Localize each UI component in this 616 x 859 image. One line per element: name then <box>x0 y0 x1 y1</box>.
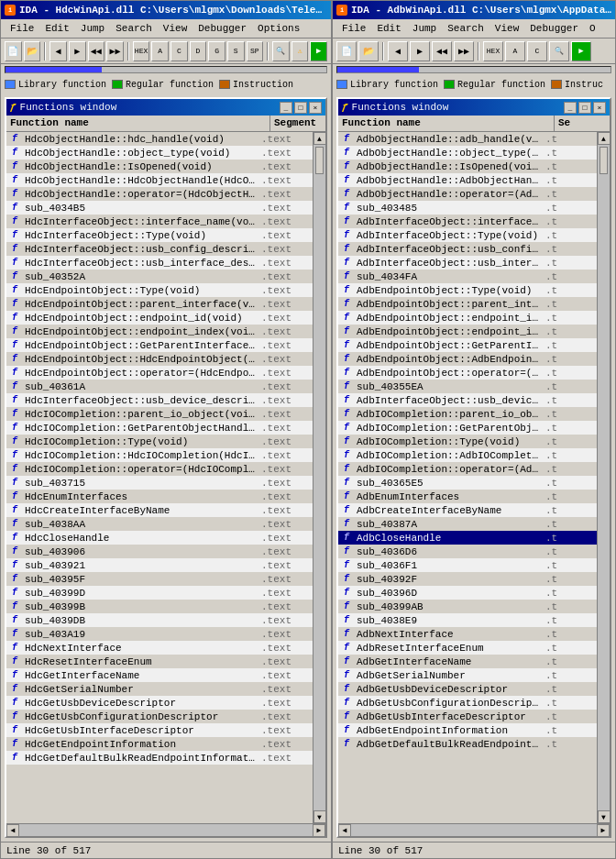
toolbar-btn-zoom-r[interactable]: 🔍 <box>549 41 569 61</box>
menu-debugger-right[interactable]: Debugger <box>524 21 584 36</box>
menu-view-left[interactable]: View <box>158 21 192 36</box>
toolbar-btn-zoom[interactable]: 🔍 <box>272 41 290 61</box>
table-row[interactable]: fHdcGetSerialNumber.text <box>6 682 313 696</box>
table-row[interactable]: fHdcObjectHandle::HdcObjectHandle(HdcOb*… <box>6 173 313 187</box>
table-row[interactable]: fsub_403715.text <box>6 476 313 490</box>
table-row[interactable]: fHdcInterfaceObject::usb_config_descrip*… <box>6 242 313 256</box>
table-row[interactable]: fsub_40392F.t <box>338 572 597 586</box>
table-row[interactable]: fAdbIOCompletion::Type(void).t <box>338 435 597 448</box>
table-row[interactable]: fHdcEndpointObject::GetParentInterfaceH*… <box>6 338 313 352</box>
col-header-name-left[interactable]: Function name <box>6 116 270 131</box>
table-row[interactable]: fHdcEndpointObject::HdcEndpointObject(H*… <box>6 352 313 366</box>
scroll-right-btn-left[interactable]: ▶ <box>313 824 325 837</box>
hscroll-track-right[interactable] <box>351 824 597 836</box>
table-row[interactable]: fHdcGetUsbConfigurationDescriptor.text <box>6 710 313 723</box>
toolbar-btn-back-r[interactable]: ◀ <box>388 41 408 61</box>
table-row[interactable]: fsub_40352A.text <box>6 270 313 283</box>
function-rows-right[interactable]: fAdbObjectHandle::adb_handle(void).tfAdb… <box>338 132 597 823</box>
menu-search-right[interactable]: Search <box>442 21 490 36</box>
table-row[interactable]: fAdbIOCompletion::AdbIOCompletion(AdbIO*… <box>338 448 597 462</box>
close-btn-right[interactable]: × <box>593 102 606 114</box>
table-row[interactable]: fHdcObjectHandle::hdc_handle(void).text <box>6 132 313 146</box>
table-row[interactable]: fHdcIOCompletion::GetParentObjectHandle*… <box>6 421 313 435</box>
table-row[interactable]: fHdcIOCompletion::Type(void).text <box>6 435 313 448</box>
table-row[interactable]: fsub_403A19.text <box>6 627 313 641</box>
table-row[interactable]: fAdbGetEndpointInformation.t <box>338 723 597 737</box>
toolbar-btn-run[interactable]: ▶ <box>310 41 327 61</box>
table-row[interactable]: fHdcInterfaceObject::Type(void).text <box>6 228 313 242</box>
menu-options-right[interactable]: O <box>584 21 601 36</box>
table-row[interactable]: fHdcCreateInterfaceByName.text <box>6 503 313 517</box>
col-header-seg-left[interactable]: Segment <box>270 116 325 131</box>
toolbar-btn-new[interactable]: 📄 <box>5 41 22 61</box>
menu-jump-right[interactable]: Jump <box>407 21 442 36</box>
function-rows-left[interactable]: fHdcObjectHandle::hdc_handle(void).textf… <box>6 132 313 823</box>
table-row[interactable]: fAdbObjectHandle::adb_handle(void).t <box>338 132 597 146</box>
table-row[interactable]: fsub_40396D.t <box>338 586 597 600</box>
table-row[interactable]: fHdcGetUsbDeviceDescriptor.text <box>6 696 313 710</box>
table-row[interactable]: fAdbInterfaceObject::usb_config_descrip*… <box>338 242 597 256</box>
close-btn-left[interactable]: × <box>309 102 322 114</box>
scroll-right-btn-right[interactable]: ▶ <box>597 824 610 837</box>
table-row[interactable]: fAdbInterfaceObject::interface_name(void… <box>338 215 597 228</box>
menu-jump-left[interactable]: Jump <box>75 21 110 36</box>
table-row[interactable]: fHdcIOCompletion::operator=(HdcIOComple*… <box>6 462 313 476</box>
table-row[interactable]: fsub_40361A.text <box>6 380 313 393</box>
table-row[interactable]: fHdcInterfaceObject::interface_name(void… <box>6 215 313 228</box>
toolbar-btn-back2[interactable]: ◀◀ <box>88 41 105 61</box>
scroll-up-right[interactable]: ▲ <box>598 132 610 145</box>
table-row[interactable]: fHdcIOCompletion::HdcIOCompletion(HdcIO*… <box>6 448 313 462</box>
table-row[interactable]: fAdbGetUsbInterfaceDescriptor.t <box>338 710 597 723</box>
hscroll-track-left[interactable] <box>19 824 313 836</box>
table-row[interactable]: fHdcInterfaceObject::usb_device_descrip*… <box>6 393 313 407</box>
table-row[interactable]: fsub_40399B.text <box>6 600 313 613</box>
table-row[interactable]: fsub_4038E9.t <box>338 613 597 627</box>
menu-file-right[interactable]: File <box>336 21 371 36</box>
menu-edit-left[interactable]: Edit <box>39 21 74 36</box>
minimize-btn-right[interactable]: _ <box>564 102 577 114</box>
table-row[interactable]: fHdcEndpointObject::parent_interface(vo*… <box>6 297 313 311</box>
toolbar-btn-fwd2-r[interactable]: ▶▶ <box>454 41 474 61</box>
toolbar-btn-c-r[interactable]: C <box>527 41 547 61</box>
table-row[interactable]: fsub_4036F1.t <box>338 558 597 572</box>
table-row[interactable]: fAdbIOCompletion::parent_io_object(void)… <box>338 407 597 421</box>
scrollbar-h-left[interactable]: ◀ ▶ <box>6 823 325 836</box>
toolbar-btn-new-r[interactable]: 📄 <box>336 41 357 61</box>
menu-view-right[interactable]: View <box>490 21 524 36</box>
table-row[interactable]: fHdcGetEndpointInformation.text <box>6 737 313 751</box>
table-row[interactable]: fAdbEndpointObject::operator=(AdbEndpoi*… <box>338 366 597 380</box>
scroll-left-btn-left[interactable]: ◀ <box>6 824 19 837</box>
table-row[interactable]: fAdbEndpointObject::parent_interface(vo*… <box>338 297 597 311</box>
table-row[interactable]: fsub_4034FA.t <box>338 270 597 283</box>
toolbar-btn-g[interactable]: G <box>208 41 226 61</box>
table-row[interactable]: fAdbGetDefaultBulkReadEndpointInformat**… <box>338 737 597 751</box>
table-row[interactable]: fHdcInterfaceObject::usb_interface_desc*… <box>6 256 313 270</box>
menu-file-left[interactable]: File <box>5 21 39 36</box>
table-row[interactable]: fHdcEndpointObject::endpoint_id(void).te… <box>6 311 313 325</box>
table-row[interactable]: fsub_40399AB.t <box>338 600 597 613</box>
toolbar-btn-a[interactable]: A <box>151 41 169 61</box>
table-row[interactable]: fAdbEndpointObject::Type(void).t <box>338 283 597 297</box>
toolbar-btn-fwd2[interactable]: ▶▶ <box>106 41 124 61</box>
table-row[interactable]: fsub_4039DB.text <box>6 613 313 627</box>
table-row[interactable]: fAdbGetInterfaceName.t <box>338 655 597 668</box>
maximize-btn-right[interactable]: □ <box>578 102 591 114</box>
table-row[interactable]: fsub_4034B5.text <box>6 201 313 215</box>
scroll-thumb-left[interactable] <box>315 147 324 174</box>
toolbar-btn-run-r[interactable]: ▶ <box>571 41 591 61</box>
scroll-down-right[interactable]: ▼ <box>598 810 610 823</box>
scroll-up-left[interactable]: ▲ <box>314 132 326 145</box>
table-row[interactable]: fAdbIOCompletion::GetParentObjectHandle*… <box>338 421 597 435</box>
table-row[interactable]: fAdbEnumInterfaces.t <box>338 490 597 503</box>
table-row[interactable]: fHdcEnumInterfaces.text <box>6 490 313 503</box>
toolbar-btn-hex-r[interactable]: HEX <box>483 41 503 61</box>
table-row[interactable]: fAdbInterfaceObject::usb_interface_desc*… <box>338 256 597 270</box>
table-row[interactable]: fAdbCloseHandle.t <box>338 531 597 545</box>
table-row[interactable]: fsub_40355EA.t <box>338 380 597 393</box>
table-row[interactable]: fHdcGetInterfaceName.text <box>6 668 313 682</box>
toolbar-btn-back[interactable]: ◀ <box>50 41 67 61</box>
table-row[interactable]: fAdbIOCompletion::operator=(AdbIOComple*… <box>338 462 597 476</box>
table-row[interactable]: fAdbInterfaceObject::Type(void).t <box>338 228 597 242</box>
table-row[interactable]: fAdbGetSerialNumber.t <box>338 668 597 682</box>
table-row[interactable]: fsub_40387A.t <box>338 517 597 531</box>
